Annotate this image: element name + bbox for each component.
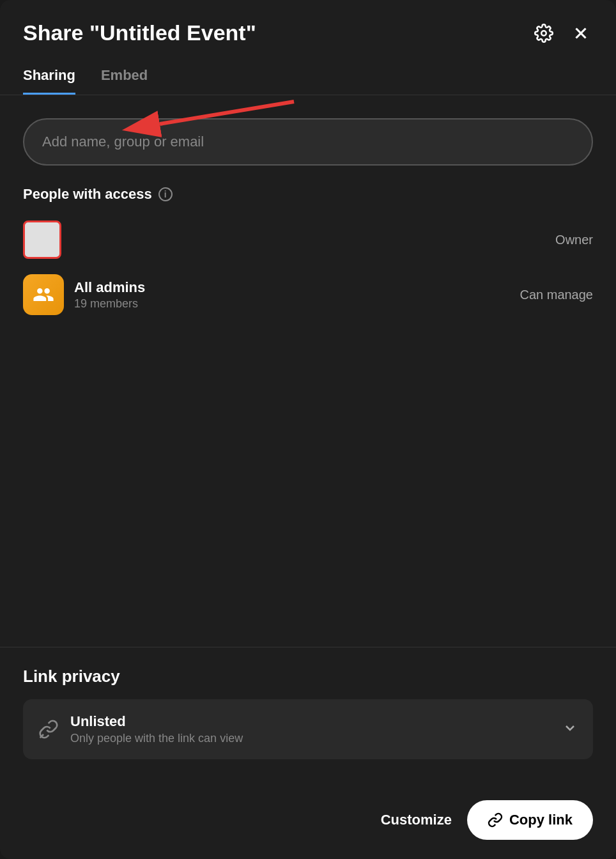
bottom-section: Link privacy Unlisted Only people with t… <box>0 647 616 785</box>
group-members: 19 members <box>74 297 145 311</box>
people-with-access-section: People with access i Owner <box>23 186 593 324</box>
privacy-card-text: Unlisted Only people with the link can v… <box>70 713 243 745</box>
privacy-option-desc: Only people with the link can view <box>70 732 243 745</box>
table-row: Owner <box>23 214 593 265</box>
search-input[interactable] <box>23 118 593 166</box>
privacy-card[interactable]: Unlisted Only people with the link can v… <box>23 699 593 759</box>
info-icon[interactable]: i <box>158 187 173 201</box>
close-button[interactable] <box>569 21 593 45</box>
link-privacy-title: Link privacy <box>23 667 593 686</box>
privacy-card-left: Unlisted Only people with the link can v… <box>38 713 243 745</box>
avatar <box>23 221 61 259</box>
svg-point-0 <box>541 31 546 36</box>
settings-button[interactable] <box>532 21 556 45</box>
people-list: Owner All admins 19 members <box>23 214 593 324</box>
group-role: Can manage <box>520 288 593 302</box>
group-name: All admins <box>74 279 145 296</box>
table-row: All admins 19 members Can manage <box>23 265 593 324</box>
chevron-down-icon <box>562 720 578 738</box>
header-actions <box>532 21 593 45</box>
copy-link-icon <box>488 812 503 828</box>
footer-actions: Customize Copy link <box>0 785 616 859</box>
share-modal: Share "Untitled Event" Sharing Embed <box>0 0 616 859</box>
gear-icon <box>534 24 553 43</box>
person-role: Owner <box>555 233 593 247</box>
modal-header: Share "Untitled Event" <box>0 0 616 58</box>
tab-sharing[interactable]: Sharing <box>23 58 75 95</box>
copy-link-button[interactable]: Copy link <box>467 800 593 840</box>
group-text: All admins 19 members <box>74 279 145 311</box>
group-avatar <box>23 274 64 315</box>
group-info: All admins 19 members <box>23 274 145 315</box>
link-privacy-icon <box>38 719 59 739</box>
tabs-container: Sharing Embed <box>0 58 616 95</box>
section-title: People with access i <box>23 186 593 203</box>
customize-button[interactable]: Customize <box>381 812 452 828</box>
search-container <box>23 118 593 166</box>
modal-content: People with access i Owner <box>0 95 616 647</box>
svg-point-6 <box>41 735 43 737</box>
privacy-option-name: Unlisted <box>70 713 243 730</box>
group-icon <box>33 284 54 306</box>
tab-embed[interactable]: Embed <box>101 58 148 95</box>
close-icon <box>571 24 590 43</box>
modal-title: Share "Untitled Event" <box>23 20 256 45</box>
person-info <box>23 221 61 259</box>
